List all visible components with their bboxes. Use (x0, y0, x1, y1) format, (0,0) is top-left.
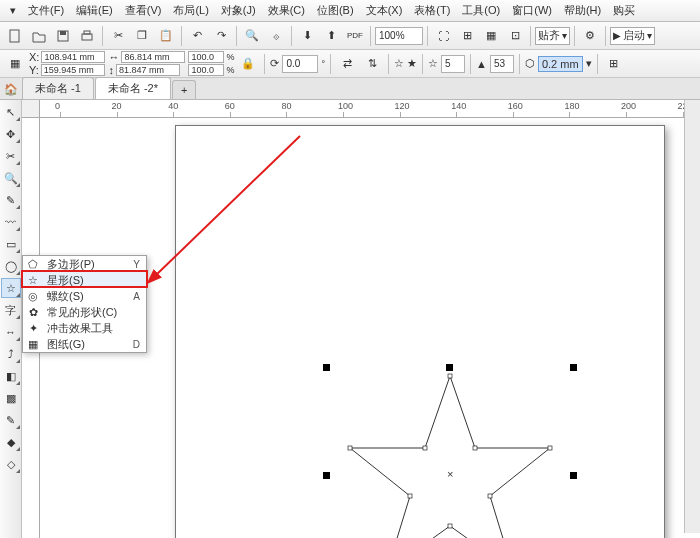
rotate-input[interactable] (282, 55, 318, 73)
menu-help[interactable]: 帮助(H) (558, 0, 607, 21)
home-icon[interactable]: 🏠 (2, 80, 20, 98)
h-icon: ↕ (108, 64, 114, 76)
tab-doc1[interactable]: 未命名 -1 (22, 77, 94, 99)
rotate-icon: ⟳ (270, 57, 279, 70)
mirror-h-button[interactable]: ⇄ (336, 53, 358, 75)
freehand-tool[interactable]: ✎ (1, 190, 21, 210)
app-menu-icon[interactable]: ▾ (4, 0, 22, 21)
sharpness-icon: ▲ (476, 58, 487, 70)
menu-buy[interactable]: 购买 (607, 0, 641, 21)
impact-icon: ✦ (25, 322, 41, 335)
wrap-button[interactable]: ⊞ (603, 53, 625, 75)
guides-button[interactable]: ⊡ (504, 25, 526, 47)
rulers-button[interactable]: ⊞ (456, 25, 478, 47)
y-input[interactable] (41, 64, 105, 76)
ruler-origin[interactable] (22, 100, 40, 118)
star-fill-icon: ★ (407, 57, 417, 70)
points-icon: ☆ (428, 57, 438, 70)
save-button[interactable] (52, 25, 74, 47)
parallel-dim-tool[interactable]: ↔ (1, 322, 21, 342)
fullscreen-button[interactable]: ⛶ (432, 25, 454, 47)
launch-combo[interactable]: ▶ 启动 ▾ (610, 27, 655, 45)
tab-add[interactable]: + (172, 80, 196, 99)
h-input[interactable] (116, 64, 180, 76)
search-button[interactable]: 🔍 (241, 25, 263, 47)
export-button[interactable]: ⬆ (320, 25, 342, 47)
connector-tool[interactable]: ⤴ (1, 344, 21, 364)
zoom-combo[interactable] (375, 27, 423, 45)
menu-effects[interactable]: 效果(C) (262, 0, 311, 21)
smart-fill-tool[interactable]: ◇ (1, 454, 21, 474)
transparency-tool[interactable]: ▩ (1, 388, 21, 408)
sharpness-input[interactable] (490, 55, 514, 73)
graph-icon: ▦ (25, 338, 41, 351)
flyout-graph[interactable]: ▦ 图纸(G) D (23, 336, 146, 352)
svg-rect-13 (408, 494, 412, 498)
flyout-basic-shapes[interactable]: ✿ 常见的形状(C) (23, 304, 146, 320)
rectangle-tool[interactable]: ▭ (1, 234, 21, 254)
text-tool[interactable]: 字 (1, 300, 21, 320)
flyout-star[interactable]: ☆ 星形(S) (23, 272, 146, 288)
svg-rect-14 (348, 446, 352, 450)
import-button[interactable]: ⬇ (296, 25, 318, 47)
menu-layout[interactable]: 布局(L) (167, 0, 214, 21)
svg-rect-11 (448, 524, 452, 528)
menu-view[interactable]: 查看(V) (119, 0, 168, 21)
x-input[interactable] (41, 51, 105, 63)
menu-file[interactable]: 文件(F) (22, 0, 70, 21)
menu-text[interactable]: 文本(X) (360, 0, 409, 21)
sy-input[interactable] (188, 64, 224, 76)
tab-doc2[interactable]: 未命名 -2* (95, 77, 171, 99)
copy-button[interactable]: ❐ (131, 25, 153, 47)
star-shape[interactable] (335, 368, 565, 538)
fill-tool[interactable]: ◆ (1, 432, 21, 452)
handle-w[interactable] (323, 472, 330, 479)
w-input[interactable] (121, 51, 185, 63)
polygon-tool[interactable]: ☆ (1, 278, 21, 298)
menu-bitmap[interactable]: 位图(B) (311, 0, 360, 21)
shape-tool[interactable]: ✥ (1, 124, 21, 144)
artistic-tool[interactable]: 〰 (1, 212, 21, 232)
outline-width-combo[interactable]: 0.2 mm (538, 56, 583, 72)
open-button[interactable] (28, 25, 50, 47)
preset-icon[interactable]: ▦ (4, 53, 26, 75)
menu-edit[interactable]: 编辑(E) (70, 0, 119, 21)
crop-tool[interactable]: ✂ (1, 146, 21, 166)
undo-button[interactable]: ↶ (186, 25, 208, 47)
link-button[interactable]: ⟐ (265, 25, 287, 47)
dropdown-icon[interactable]: ▾ (586, 57, 592, 70)
flyout-polygon[interactable]: ⬠ 多边形(P) Y (23, 256, 146, 272)
handle-nw[interactable] (323, 364, 330, 371)
new-button[interactable] (4, 25, 26, 47)
flyout-impact[interactable]: ✦ 冲击效果工具 (23, 320, 146, 336)
redo-button[interactable]: ↷ (210, 25, 232, 47)
mirror-v-button[interactable]: ⇅ (361, 53, 383, 75)
menu-table[interactable]: 表格(T) (408, 0, 456, 21)
pick-tool[interactable]: ↖ (1, 102, 21, 122)
print-button[interactable] (76, 25, 98, 47)
options-button[interactable]: ⚙ (579, 25, 601, 47)
pdf-button[interactable]: PDF (344, 25, 366, 47)
menu-object[interactable]: 对象(J) (215, 0, 262, 21)
paste-button[interactable]: 📋 (155, 25, 177, 47)
menu-window[interactable]: 窗口(W) (506, 0, 558, 21)
svg-rect-15 (423, 446, 427, 450)
menu-tools[interactable]: 工具(O) (456, 0, 506, 21)
cut-button[interactable]: ✂ (107, 25, 129, 47)
handle-ne[interactable] (570, 364, 577, 371)
grid-button[interactable]: ▦ (480, 25, 502, 47)
horizontal-ruler[interactable]: 020406080100120140160180200220 (40, 100, 700, 118)
handle-e[interactable] (570, 472, 577, 479)
drop-shadow-tool[interactable]: ◧ (1, 366, 21, 386)
star-selection[interactable]: × (335, 368, 565, 538)
snap-combo[interactable]: 贴齐 ▾ (535, 27, 570, 45)
zoom-tool[interactable]: 🔍 (1, 168, 21, 188)
flyout-spiral[interactable]: ◎ 螺纹(S) A (23, 288, 146, 304)
sx-input[interactable] (188, 51, 224, 63)
handle-n[interactable] (446, 364, 453, 371)
eyedropper-tool[interactable]: ✎ (1, 410, 21, 430)
color-palette[interactable] (684, 100, 700, 533)
points-input[interactable] (441, 55, 465, 73)
lock-ratio-button[interactable]: 🔒 (237, 53, 259, 75)
ellipse-tool[interactable]: ◯ (1, 256, 21, 276)
